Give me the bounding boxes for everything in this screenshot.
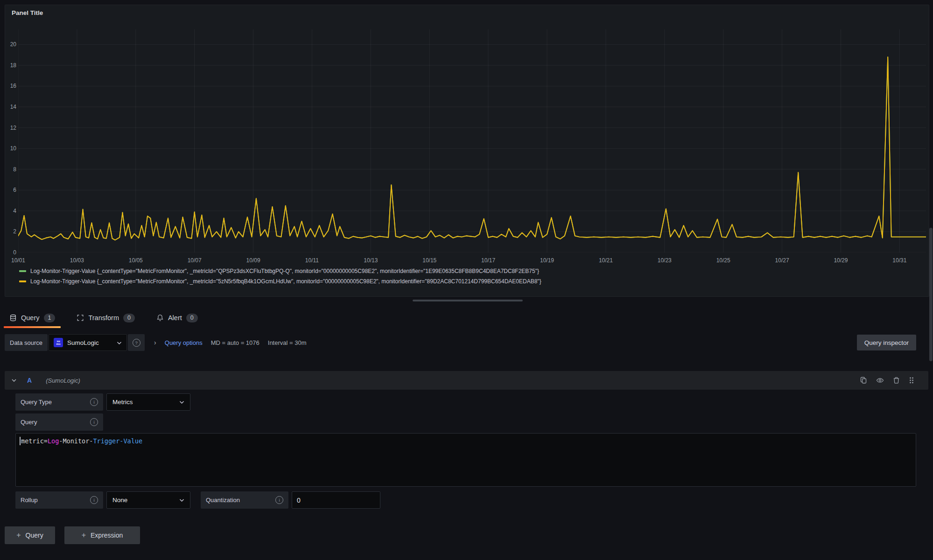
collapse-chevron-icon[interactable] [11,378,17,382]
legend-swatch-green [19,270,26,272]
datasource-help-button[interactable]: ? [128,334,145,351]
tab-query[interactable]: Query 1 [5,307,60,329]
info-icon[interactable]: i [90,418,98,426]
query-options-summary: › Query options MD = auto = 1076 Interva… [154,334,306,351]
legend-label: Log-Monitor-Trigger-Value {_contentType=… [30,268,539,274]
drag-handle-icon[interactable] [909,377,914,384]
rollup-select[interactable]: None [106,491,190,509]
add-query-button[interactable]: + Query [5,526,55,544]
bell-icon [156,314,164,322]
tab-label: Transform [88,314,119,322]
chevron-down-icon [179,497,184,504]
tab-count-badge: 0 [186,314,198,322]
grafana-panel-editor: Panel Title 02468101214161820 10/0110/03… [0,0,933,560]
chevron-down-icon [179,399,184,406]
max-data-points-value: MD = auto = 1076 [211,339,260,346]
query-row-actions [860,377,914,384]
tab-label: Query [21,314,40,322]
query-ref-id[interactable]: A [27,377,32,384]
datasource-label: Data source [5,334,48,351]
query-expression-editor[interactable]: metric=Log-Monitor-Trigger-Value [15,433,916,487]
datasource-bar: Data source sumo SumoLogic ? › Query opt… [5,334,307,351]
tab-alert[interactable]: Alert 0 [152,307,203,329]
duplicate-query-icon[interactable] [860,377,867,384]
timeseries-chart[interactable] [18,29,926,252]
query-row-header: A (SumoLogic) [5,371,928,390]
plus-icon: + [82,531,86,539]
query-type-label: Query Type i [15,393,103,411]
circle-question-icon: ? [133,339,140,347]
tab-count-badge: 1 [44,314,56,322]
chart-legend: Log-Monitor-Trigger-Value {_contentType=… [19,268,541,285]
chevron-right-icon[interactable]: › [154,339,156,346]
sumologic-logo-icon: sumo [54,338,63,347]
timeseries-panel: Panel Title 02468101214161820 10/0110/03… [5,5,929,297]
datasource-picker[interactable]: sumo SumoLogic [49,334,127,351]
tab-label: Alert [168,314,182,322]
query-label: Query i [15,413,103,431]
panel-title[interactable]: Panel Title [12,9,43,16]
query-options-link[interactable]: Query options [165,339,203,346]
hide-response-eye-icon[interactable] [876,377,884,384]
vertical-scrollbar-thumb[interactable] [929,228,933,361]
tab-count-badge: 0 [123,314,135,322]
quantization-input[interactable]: 0 [292,491,380,509]
info-icon[interactable]: i [90,496,98,504]
editor-tabs: Query 1 Transform 0 Alert 0 [5,307,203,329]
delete-query-trash-icon[interactable] [893,377,900,384]
query-type-select[interactable]: Metrics [106,393,190,411]
legend-label: Log-Monitor-Trigger-Value {_contentType=… [30,278,541,285]
query-inspector-button[interactable]: Query inspector [857,335,916,350]
query-expression: metric=Log-Monitor-Trigger-Value [20,437,142,445]
text-cursor [20,437,21,445]
legend-item-green[interactable]: Log-Monitor-Trigger-Value {_contentType=… [19,268,541,274]
tab-transform[interactable]: Transform 0 [72,307,139,329]
transform-icon [77,314,84,322]
legend-swatch-yellow [19,280,26,282]
plus-icon: + [16,531,21,539]
info-icon[interactable]: i [90,398,98,406]
chevron-down-icon [117,338,122,347]
pane-resize-handle[interactable] [413,300,523,301]
interval-value: Interval = 30m [268,339,307,346]
add-expression-button[interactable]: + Expression [64,526,140,544]
query-datasource-note: (SumoLogic) [46,377,80,384]
legend-item-yellow[interactable]: Log-Monitor-Trigger-Value {_contentType=… [19,278,541,285]
info-icon[interactable]: i [275,496,283,504]
datasource-value: SumoLogic [67,339,112,346]
database-icon [9,314,17,322]
quantization-label: Quantization i [201,491,288,509]
rollup-label: Rollup i [15,491,103,509]
